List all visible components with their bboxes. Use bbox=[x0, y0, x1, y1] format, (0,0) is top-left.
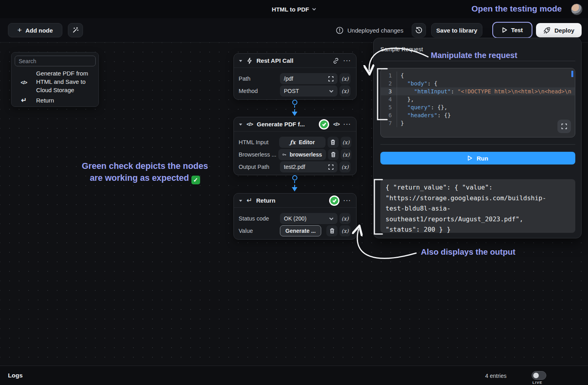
field-browserless: Browserless ... browserless (x) bbox=[239, 149, 351, 160]
run-button[interactable]: Run bbox=[380, 152, 575, 164]
status-code-select[interactable]: OK (200) bbox=[280, 213, 337, 224]
field-label: Value bbox=[239, 228, 280, 234]
field-label: Method bbox=[239, 88, 280, 94]
workflow-title: HTML to PDF bbox=[272, 6, 309, 13]
annotation-manipulate-request: Manipulate the request bbox=[431, 51, 517, 60]
check-emoji: ✓ bbox=[191, 176, 200, 184]
entries-count: 4 entries bbox=[485, 373, 507, 379]
field-label: HTML Input bbox=[239, 139, 279, 145]
add-node-button[interactable]: + Add node bbox=[8, 23, 62, 37]
link-icon[interactable] bbox=[332, 57, 339, 64]
node-palette: </> Generate PDF from HTML and Save to C… bbox=[11, 52, 99, 107]
variable-button[interactable]: (x) bbox=[341, 137, 351, 148]
fx-icon: ƒx bbox=[290, 139, 295, 145]
plus-icon: + bbox=[17, 26, 22, 34]
variable-button[interactable]: (x) bbox=[339, 213, 351, 224]
palette-item-label: Return bbox=[36, 96, 96, 104]
palette-item-return[interactable]: ↵ Return bbox=[12, 96, 96, 104]
chevron-down-icon bbox=[312, 7, 316, 11]
connector bbox=[291, 175, 298, 192]
expand-icon[interactable] bbox=[328, 76, 334, 81]
node-header[interactable]: Rest API Call ··· bbox=[234, 54, 356, 68]
field-label: Status code bbox=[239, 215, 280, 222]
return-icon: ↵ bbox=[12, 96, 36, 104]
delete-button[interactable] bbox=[326, 225, 337, 236]
palette-item-generate-pdf[interactable]: </> Generate PDF from HTML and Save to C… bbox=[12, 69, 96, 94]
path-value: /pdf bbox=[284, 75, 293, 82]
field-html-input: HTML Input ƒx Editor (x) bbox=[239, 137, 351, 148]
avatar[interactable] bbox=[571, 4, 582, 15]
logs-bar: Logs 4 entries bbox=[0, 366, 588, 385]
rocket-icon bbox=[543, 27, 551, 34]
live-label: LIVE bbox=[532, 380, 542, 385]
editor-label: Editor bbox=[299, 139, 314, 145]
node-rest-api-call[interactable]: Rest API Call ··· Path /pdf (x) Meth bbox=[233, 53, 357, 100]
request-code-editor[interactable]: 1{ 2 "body": { 3 "htmlInput": "<!DOCTYPE… bbox=[380, 68, 575, 137]
more-options-icon[interactable]: ··· bbox=[343, 58, 351, 64]
annotation-green-check: Green check depicts the nodes are workin… bbox=[24, 160, 266, 184]
editor-button[interactable]: ƒx Editor bbox=[279, 137, 326, 148]
collapse-caret-icon[interactable] bbox=[239, 122, 243, 126]
run-output: { "return_value": { "value": "https://st… bbox=[380, 179, 575, 233]
ai-wand-button[interactable] bbox=[68, 23, 83, 37]
browserless-label: browserless bbox=[289, 151, 322, 158]
deploy-label: Deploy bbox=[554, 27, 574, 34]
test-panel: Sample Request 1{ 2 "body": { 3 "htmlInp… bbox=[373, 38, 582, 238]
node-title: Return bbox=[256, 197, 275, 204]
warning-icon bbox=[336, 27, 343, 34]
chevron-down-icon bbox=[329, 217, 334, 221]
undeployed-changes-status: Undeployed changes bbox=[336, 23, 403, 37]
workflow-editor: HTML to PDF Open the testing mode + Add … bbox=[0, 0, 588, 385]
workflow-title-dropdown[interactable]: HTML to PDF bbox=[272, 0, 316, 18]
browserless-key-button[interactable]: browserless bbox=[278, 149, 326, 160]
more-options-icon[interactable]: ··· bbox=[343, 121, 351, 128]
return-icon: ↵ bbox=[247, 196, 252, 205]
variable-button[interactable]: (x) bbox=[339, 225, 351, 236]
status-code-value: OK (200) bbox=[284, 215, 307, 222]
method-select[interactable]: POST bbox=[280, 85, 337, 97]
history-icon bbox=[415, 26, 423, 34]
code-icon[interactable]: </> bbox=[333, 121, 339, 127]
value-chip-label: Generate ... bbox=[285, 228, 316, 234]
value-reference-chip[interactable]: Generate ... bbox=[280, 225, 321, 236]
node-return[interactable]: ↵ Return ··· Status code OK (200) (x) Va… bbox=[233, 193, 357, 240]
variable-button[interactable]: (x) bbox=[339, 85, 351, 97]
save-to-library-button[interactable]: Save to library bbox=[431, 23, 482, 37]
variable-button[interactable]: (x) bbox=[341, 149, 351, 160]
method-value: POST bbox=[284, 88, 299, 94]
node-header[interactable]: ↵ Return ··· bbox=[234, 193, 356, 208]
node-title: Generate PDF f... bbox=[257, 121, 305, 128]
field-status-code: Status code OK (200) (x) bbox=[239, 213, 351, 224]
output-path-input[interactable]: test2.pdf bbox=[280, 161, 337, 172]
history-button[interactable] bbox=[412, 23, 426, 37]
editor-expand-button[interactable] bbox=[557, 120, 571, 133]
code-icon: </> bbox=[247, 121, 253, 127]
field-path: Path /pdf (x) bbox=[239, 73, 351, 84]
delete-button[interactable] bbox=[328, 137, 338, 148]
output-path-value: test2.pdf bbox=[284, 164, 305, 170]
run-label: Run bbox=[476, 155, 488, 162]
path-input[interactable]: /pdf bbox=[280, 73, 337, 84]
collapse-caret-icon[interactable] bbox=[239, 59, 243, 63]
variable-button[interactable]: (x) bbox=[339, 73, 351, 84]
field-label: Path bbox=[239, 75, 280, 82]
deploy-button[interactable]: Deploy bbox=[536, 23, 582, 37]
connector bbox=[291, 100, 298, 116]
search-input[interactable] bbox=[15, 56, 96, 66]
play-icon bbox=[502, 27, 507, 33]
field-label: Browserless ... bbox=[239, 151, 278, 158]
test-button[interactable]: Test bbox=[492, 22, 532, 38]
field-value: Value Generate ... (x) bbox=[239, 225, 351, 236]
delete-button[interactable] bbox=[328, 149, 339, 160]
node-header[interactable]: </> Generate PDF f... </> ··· bbox=[234, 117, 356, 132]
live-toggle[interactable] bbox=[532, 371, 546, 380]
collapse-caret-icon[interactable] bbox=[239, 199, 243, 203]
add-node-label: Add node bbox=[25, 27, 53, 34]
annotation-displays-output: Also displays the output bbox=[421, 247, 515, 257]
save-to-library-label: Save to library bbox=[436, 27, 477, 34]
variable-button[interactable]: (x) bbox=[339, 161, 351, 172]
expand-icon[interactable] bbox=[328, 164, 334, 170]
more-options-icon[interactable]: ··· bbox=[343, 197, 351, 204]
lightning-icon bbox=[247, 58, 253, 64]
chevron-down-icon bbox=[329, 89, 334, 93]
